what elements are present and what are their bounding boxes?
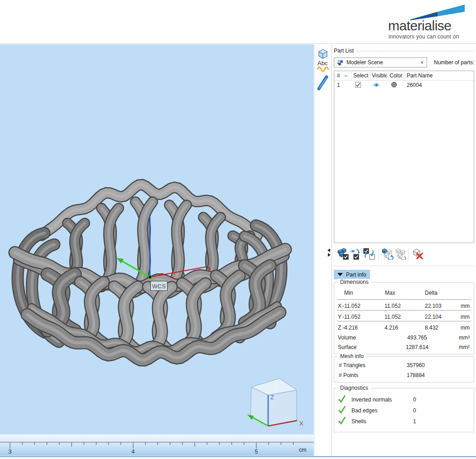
mesh-info-group: Mesh info # Triangles 357960 # Points 17… — [334, 356, 474, 382]
column-index[interactable]: # — [337, 72, 340, 79]
ruler-top-line — [0, 435, 314, 435]
app-header: materialise innovators you can count on — [0, 0, 476, 44]
ruler-strip — [0, 435, 314, 456]
triangles-label: # Triangles — [339, 362, 365, 368]
wcs-label: WCS — [152, 283, 166, 290]
shells-label: Shells — [351, 418, 366, 425]
ruler-label-5: 5 — [255, 449, 258, 455]
shells-value: 1 — [413, 418, 416, 425]
part-row[interactable]: 1 26004 — [334, 81, 474, 90]
dim-axis-z: Z — [338, 325, 341, 331]
scene-selector-value: Modeler Scene — [346, 59, 417, 66]
col-delta: Delta — [425, 290, 438, 296]
part-table-header: # Select Visible Color Part Name — [334, 71, 474, 81]
volume-unit: mm³ — [459, 335, 470, 341]
bad-edges-label: Bad edges — [351, 407, 377, 414]
measure-pencil-icon[interactable] — [317, 73, 329, 91]
view-cube-icon[interactable] — [317, 48, 329, 60]
selection-toolbar — [332, 247, 476, 262]
text-annotation-icon[interactable]: Abc — [317, 59, 331, 72]
dim-axis-y: Y — [338, 314, 341, 320]
inverted-normals-label: Inverted normals — [351, 397, 392, 403]
collapse-triangle-icon — [337, 273, 343, 276]
copy-part-icon[interactable] — [382, 248, 394, 260]
chevron-down-icon: ▼ — [420, 60, 424, 65]
side-toolstrip: Abc — [314, 44, 332, 456]
parts-overview-icon[interactable] — [395, 248, 407, 260]
dim-x-max: 11.052 — [385, 303, 401, 309]
part-list-panel: Part List Modeler Scene ▼ Number of part… — [332, 44, 476, 456]
check-icon — [338, 406, 346, 414]
part-row-index: 1 — [337, 82, 340, 88]
col-min: Min — [344, 290, 353, 296]
dim-x-delta: 22.103 — [425, 303, 442, 309]
select-all-parts-icon[interactable] — [337, 248, 349, 260]
cube-z-label: Z — [270, 394, 274, 401]
dim-z-unit: mm — [461, 325, 470, 331]
panel-divider — [334, 266, 474, 266]
check-icon — [338, 395, 346, 403]
surface-value: 1287.614 — [400, 344, 434, 350]
column-visible[interactable]: Visible — [372, 72, 387, 79]
svg-text:Abc: Abc — [317, 60, 328, 67]
footer-blue-line — [0, 456, 476, 457]
bracelet-model[interactable] — [15, 185, 285, 360]
viewport-3d[interactable]: WCS x Z X 3 4 5 cm — [0, 44, 314, 456]
application-window: materialise innovators you can count on … — [0, 0, 476, 459]
part-list-title: Part List — [334, 48, 354, 54]
logo-flag-light — [438, 5, 465, 16]
ruler-label-4: 4 — [132, 449, 135, 455]
volume-label: Volume — [338, 335, 356, 341]
visibility-eye-icon[interactable] — [373, 82, 380, 88]
part-color-swatch[interactable] — [391, 82, 397, 87]
surface-label: Surface — [338, 344, 356, 350]
surface-unit: mm² — [459, 344, 470, 350]
x-axis-label: x — [208, 265, 211, 272]
ruler-unit-label: cm — [299, 447, 307, 453]
dim-z-min: -4.216 — [342, 325, 358, 331]
diagnostics-group: Diagnostics Inverted normals 0 Bad edges… — [334, 388, 474, 432]
points-value: 178884 — [407, 372, 425, 378]
logo-text: materialise — [388, 18, 452, 33]
materialise-logo: materialise innovators you can count on — [388, 3, 469, 42]
dim-x-min: -11.052 — [342, 303, 361, 309]
column-color[interactable]: Color — [389, 72, 403, 79]
dim-z-max: 4.216 — [385, 325, 398, 331]
dim-z-delta: 8.432 — [425, 325, 438, 331]
sort-arrow-icon[interactable] — [344, 74, 348, 77]
invert-selection-icon[interactable] — [363, 248, 375, 260]
bad-edges-value: 0 — [413, 407, 416, 414]
dim-x-unit: mm — [461, 303, 470, 309]
dimensions-group: Dimensions Min Max Delta X -11.052 11.05… — [334, 282, 474, 354]
scene-selector-dropdown[interactable]: Modeler Scene ▼ — [334, 57, 427, 67]
points-label: # Points — [339, 372, 358, 378]
orientation-cube[interactable] — [247, 378, 297, 426]
select-visible-parts-icon[interactable] — [350, 248, 362, 260]
delete-part-icon[interactable] — [412, 248, 423, 260]
part-name: 26004 — [407, 82, 422, 88]
mesh-info-legend: Mesh info — [338, 353, 366, 359]
dim-axis-x: X — [338, 303, 341, 309]
column-select[interactable]: Select — [353, 72, 369, 79]
dim-y-delta: 22.104 — [425, 314, 442, 320]
volume-value: 493.765 — [400, 335, 434, 341]
ruler-label-3: 3 — [9, 449, 12, 455]
triangles-value: 357960 — [407, 362, 425, 368]
panel-collapse-handle[interactable] — [327, 248, 331, 257]
check-icon — [338, 416, 346, 425]
part-select-checkbox[interactable] — [355, 82, 361, 88]
part-info-header[interactable]: Part info — [334, 270, 370, 279]
cube-x-label: X — [299, 420, 303, 427]
dim-y-unit: mm — [461, 314, 470, 320]
part-info-title: Part info — [346, 272, 366, 278]
part-list-table: # Select Visible Color Part Name 1 — [334, 71, 474, 243]
column-part-name[interactable]: Part Name — [407, 72, 433, 79]
dimensions-legend: Dimensions — [338, 279, 371, 285]
modeler-scene-icon — [337, 59, 344, 66]
logo-tagline: innovators you can count on — [389, 33, 459, 40]
col-max: Max — [385, 290, 395, 296]
viewport-canvas[interactable]: WCS x Z X 3 4 5 cm — [0, 44, 314, 456]
number-of-parts: Number of parts: 1 — [434, 57, 476, 67]
part-list-title-dots — [357, 50, 474, 53]
orange-wave-icon — [317, 67, 328, 72]
